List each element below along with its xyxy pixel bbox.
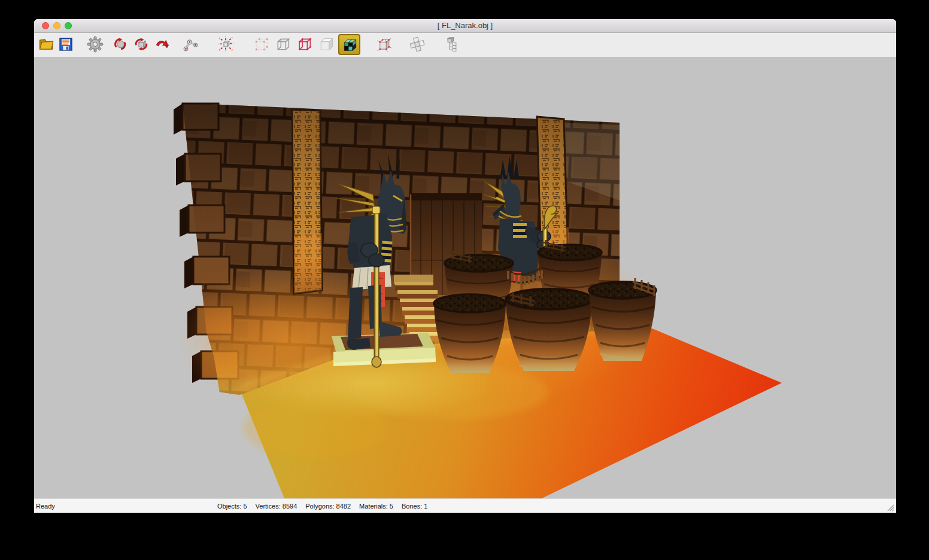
hierarchy-icon — [443, 35, 461, 53]
bones-mode-button[interactable] — [180, 34, 201, 54]
app-window: [ FL_Narak.obj ] — [34, 19, 896, 513]
stat-materials: Materials: 5 — [359, 503, 393, 510]
textured-cube-icon — [341, 36, 359, 54]
settings-button[interactable] — [85, 34, 105, 54]
display-points-button[interactable] — [251, 34, 272, 54]
wireframe-cube-icon — [274, 35, 292, 53]
scene-fl-narak — [34, 57, 896, 498]
gear-icon — [87, 36, 104, 53]
save-file-button[interactable] — [56, 34, 76, 54]
stat-bones: Bones: 1 — [402, 503, 427, 510]
red-wireframe-cube-icon — [296, 35, 314, 53]
explode-view-button[interactable] — [215, 34, 236, 54]
unfolded-cube-icon — [408, 35, 426, 53]
red-curved-arrow-icon — [154, 36, 171, 53]
bones-icon — [181, 35, 199, 53]
resize-grip-icon[interactable] — [885, 502, 894, 512]
uv-unwrap-button[interactable] — [407, 34, 427, 54]
rotate-view-button[interactable] — [131, 34, 151, 54]
rotate-object-button[interactable] — [110, 34, 130, 54]
hierarchy-button[interactable] — [442, 34, 462, 54]
rotate-sphere-icon — [112, 36, 129, 53]
folder-icon — [38, 36, 54, 53]
title-bar[interactable]: [ FL_Narak.obj ] — [34, 19, 896, 33]
solid-cube-icon — [317, 35, 335, 53]
status-bar: Ready Objects: 5 Vertices: 8594 Polygons… — [34, 498, 896, 513]
hieroglyph-banner-left[interactable] — [292, 109, 322, 294]
window-title: [ FL_Narak.obj ] — [34, 21, 896, 30]
viewport-3d[interactable] — [34, 57, 896, 498]
pan-view-button[interactable] — [153, 34, 173, 54]
shaded-wireframe-cube-icon — [375, 35, 393, 53]
rotate-cube-icon — [133, 36, 150, 53]
display-shaded-wireframe-button[interactable] — [374, 34, 394, 54]
open-file-button[interactable] — [36, 34, 56, 54]
stat-vertices: Vertices: 8594 — [256, 503, 297, 510]
dotted-cube-icon — [253, 35, 271, 53]
soil-basket-front-center[interactable] — [506, 289, 592, 371]
toolbar — [34, 33, 896, 57]
stat-objects: Objects: 5 — [217, 503, 247, 510]
exploded-cube-icon — [217, 35, 235, 53]
status-stats: Objects: 5 Vertices: 8594 Polygons: 8482… — [217, 503, 427, 510]
display-textured-button[interactable] — [338, 34, 360, 55]
display-hidden-line-button[interactable] — [295, 34, 315, 54]
stat-polygons: Polygons: 8482 — [305, 503, 351, 510]
display-wireframe-button[interactable] — [273, 34, 293, 54]
status-ready: Ready — [36, 503, 55, 510]
floppy-disk-icon — [57, 36, 74, 53]
display-shaded-button[interactable] — [316, 34, 336, 54]
